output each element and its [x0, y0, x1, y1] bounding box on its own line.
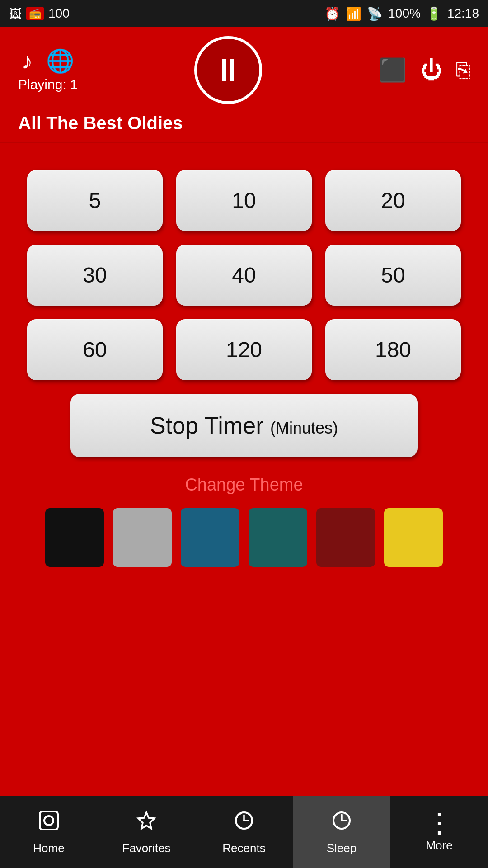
timer-btn-180[interactable]: 180 — [325, 319, 461, 380]
more-icon: ⋮ — [426, 811, 453, 835]
top-left-group: ♪ 🌐 Playing: 1 — [18, 48, 78, 92]
stop-timer-button[interactable]: Stop Timer (Minutes) — [70, 394, 418, 457]
timer-btn-10[interactable]: 10 — [176, 170, 312, 231]
nav-sleep[interactable]: Sleep — [293, 796, 390, 868]
svg-marker-2 — [138, 812, 155, 829]
wifi-icon: 📶 — [346, 6, 361, 21]
timer-btn-40[interactable]: 40 — [176, 245, 312, 306]
theme-swatches — [45, 508, 443, 567]
stop-icon[interactable]: ⬛ — [379, 57, 407, 83]
svg-rect-0 — [40, 811, 58, 830]
bottom-nav: Home Favorites Recents — [0, 796, 488, 868]
music-icon[interactable]: ♪ — [21, 48, 33, 74]
station-title-bar: All The Best Oldies — [0, 108, 488, 143]
theme-swatch-yellow[interactable] — [384, 508, 443, 567]
change-theme-label: Change Theme — [185, 475, 303, 495]
theme-swatch-gray[interactable] — [113, 508, 172, 567]
recents-icon — [232, 809, 256, 838]
status-bar: 🖼 📻 100 ⏰ 📶 📡 100% 🔋 12:18 — [0, 0, 488, 27]
stop-timer-label: Stop Timer — [150, 412, 263, 439]
nav-sleep-label: Sleep — [327, 841, 357, 855]
favorites-icon — [135, 809, 158, 838]
nav-more[interactable]: ⋮ More — [390, 796, 488, 868]
top-right-group: ⬛ ⏻ ⎘ — [379, 57, 470, 83]
timer-btn-120[interactable]: 120 — [176, 319, 312, 380]
theme-swatch-dark-red[interactable] — [316, 508, 375, 567]
timer-btn-60[interactable]: 60 — [27, 319, 163, 380]
status-left: 🖼 📻 100 — [9, 6, 70, 21]
nav-recents-label: Recents — [222, 841, 265, 855]
pause-icon: ⏸ — [212, 52, 244, 88]
stop-timer-sub: (Minutes) — [270, 419, 338, 437]
battery-icon: 🔋 — [426, 6, 442, 21]
home-icon — [37, 809, 61, 838]
nav-more-label: More — [426, 839, 452, 853]
nav-home-label: Home — [33, 841, 64, 855]
power-icon[interactable]: ⏻ — [420, 57, 443, 83]
status-right: ⏰ 📶 📡 100% 🔋 12:18 — [324, 6, 479, 21]
nav-home[interactable]: Home — [0, 796, 98, 868]
signal-icon: 📡 — [367, 6, 383, 21]
station-name: All The Best Oldies — [18, 113, 183, 133]
battery-text: 100% — [388, 6, 421, 21]
nav-favorites[interactable]: Favorites — [98, 796, 195, 868]
timer-btn-5[interactable]: 5 — [27, 170, 163, 231]
top-controls: ♪ 🌐 Playing: 1 ⏸ ⬛ ⏻ ⎘ — [0, 27, 488, 108]
theme-swatch-black[interactable] — [45, 508, 104, 567]
alarm-icon: ⏰ — [324, 6, 340, 21]
theme-swatch-teal[interactable] — [249, 508, 307, 567]
main-content: 5 10 20 30 40 50 60 120 180 Stop Timer (… — [0, 143, 488, 796]
globe-icon[interactable]: 🌐 — [46, 48, 74, 74]
timer-btn-20[interactable]: 20 — [325, 170, 461, 231]
timer-btn-50[interactable]: 50 — [325, 245, 461, 306]
sleep-icon — [330, 809, 353, 838]
nav-recents[interactable]: Recents — [195, 796, 293, 868]
playing-label: Playing: 1 — [18, 77, 78, 92]
clock: 12:18 — [447, 6, 479, 21]
pause-button[interactable]: ⏸ — [194, 36, 262, 104]
app-icon: 📻 — [26, 7, 44, 20]
timer-btn-30[interactable]: 30 — [27, 245, 163, 306]
svg-point-1 — [44, 816, 53, 825]
share-icon[interactable]: ⎘ — [456, 57, 470, 83]
signal-count: 100 — [48, 6, 70, 21]
theme-swatch-steel-blue[interactable] — [181, 508, 239, 567]
timer-grid: 5 10 20 30 40 50 60 120 180 — [27, 170, 461, 380]
photo-icon: 🖼 — [9, 6, 22, 21]
nav-favorites-label: Favorites — [122, 841, 171, 855]
